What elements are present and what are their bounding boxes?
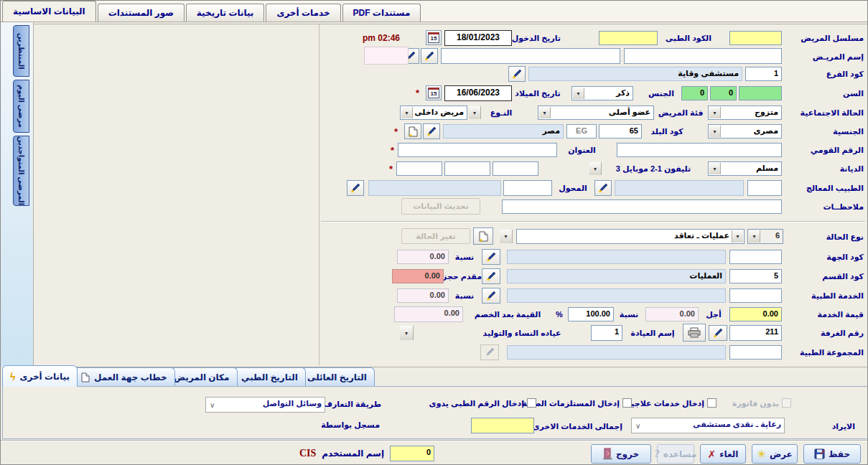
gender-combo[interactable]: ▾ ذكر	[571, 86, 633, 100]
chevron-down-icon[interactable]: ▾	[709, 126, 721, 137]
medical-service-code-field[interactable]	[729, 288, 782, 303]
patient-serial-field[interactable]	[729, 31, 782, 45]
national-id-field[interactable]	[617, 143, 782, 157]
birth-date-field[interactable]: 16/06/2023	[444, 85, 512, 101]
service-value-label: قيمة الخدمة	[788, 310, 864, 319]
chevron-down-icon[interactable]: ▾	[732, 230, 743, 243]
nationality-combo[interactable]: ▾ مصرى	[708, 124, 782, 138]
room-number-field[interactable]: 211	[729, 325, 782, 341]
notes-field[interactable]	[502, 199, 782, 214]
top-tab-bar: البيانات الاساسية صور المستندات بيانات ت…	[1, 1, 868, 22]
tab-basic-data[interactable]: البيانات الاساسية	[2, 1, 96, 22]
national-id-label: الرقم القومي	[788, 146, 864, 155]
age-days-field[interactable]: 0	[681, 86, 708, 100]
type-chevron-icon[interactable]: ▾	[469, 106, 481, 119]
room-print-button[interactable]	[683, 324, 706, 342]
tab-pdf-documents[interactable]: مستندات PDF	[342, 4, 421, 22]
chevron-down-icon[interactable]: ▾	[539, 107, 551, 118]
patient-type-combo[interactable]: ▾ مريض داخلى	[400, 105, 467, 120]
chevron-down-icon[interactable]: ▾	[709, 107, 721, 118]
patient-name-field-1[interactable]	[624, 48, 782, 64]
medical-code-field[interactable]	[599, 31, 658, 45]
birth-date-required-mark: *	[416, 88, 419, 98]
entry-date-label: تاريخ الدخول	[515, 34, 561, 43]
country-lookup-button[interactable]	[423, 123, 440, 139]
marital-status-combo[interactable]: ▾ متزوج	[708, 105, 782, 120]
revenue-combo[interactable]: ∨ رعاية ـ نقدى مستشفى	[631, 418, 785, 433]
chevron-down-icon[interactable]: ▾	[709, 163, 721, 174]
medical-service-lookup-button[interactable]	[482, 288, 500, 304]
religion-value: مسلم	[756, 164, 778, 172]
chevron-down-icon[interactable]: ∨	[210, 401, 215, 409]
medical-supplies-checkbox[interactable]	[622, 398, 632, 408]
name-lookup-button-1[interactable]	[421, 48, 438, 64]
treatment-services-checkbox[interactable]	[707, 398, 717, 408]
entity-code-label: كود الجهة	[788, 253, 864, 262]
patient-category-combo[interactable]: ▾ عضو أصلى	[538, 105, 654, 120]
service-value-field[interactable]: 0.00	[729, 307, 782, 321]
chevron-down-icon[interactable]: ▾	[401, 107, 413, 118]
transfer-lookup-button[interactable]	[347, 180, 364, 196]
tab-document-images[interactable]: صور المستندات	[98, 4, 185, 22]
medical-group-code-field[interactable]	[729, 345, 782, 360]
change-status-button[interactable]: تغير الحالة	[401, 228, 470, 244]
entity-percent-label: نسبة	[450, 253, 479, 262]
department-lookup-button[interactable]	[482, 268, 500, 284]
branch-lookup-button[interactable]	[508, 66, 526, 82]
department-code-field[interactable]: 5	[729, 269, 782, 283]
tab-other-data[interactable]: بيانات أخرى ϟ	[2, 365, 78, 387]
clinic-number-field[interactable]: 1	[591, 325, 622, 341]
address-field[interactable]	[398, 143, 557, 157]
acquaintance-combo[interactable]: ∨ وسائل التواصل	[205, 397, 325, 413]
entity-lookup-button[interactable]	[482, 249, 500, 265]
chevron-down-icon[interactable]: ∨	[635, 422, 640, 430]
case-type-combo[interactable]: ▾ عمليات ـ تعاقد	[516, 229, 745, 244]
view-button[interactable]: ✳ عرض	[752, 444, 798, 464]
phone-field-3[interactable]	[396, 161, 442, 176]
calendar-icon: 15	[428, 88, 439, 98]
religion-combo[interactable]: ▾ مسلم	[708, 161, 782, 176]
age-months-field[interactable]: 0	[710, 86, 737, 100]
transfer-code-field[interactable]	[503, 180, 552, 196]
country-document-button[interactable]	[404, 123, 421, 139]
side-tab-present-patients[interactable]: المرضى المتواجدين	[13, 136, 29, 206]
entry-date-calendar-button[interactable]: 15	[426, 30, 442, 45]
doctor-lookup-button[interactable]	[594, 180, 612, 196]
branch-code-field[interactable]: 1	[745, 67, 782, 81]
pen-lookup-icon	[713, 328, 723, 338]
side-tab-waiting[interactable]: المنتظرين	[13, 25, 29, 77]
other-services-total-field[interactable]	[471, 418, 534, 433]
birth-date-calendar-button[interactable]: 15	[426, 85, 442, 100]
calendar-icon: 15	[428, 32, 439, 43]
entity-code-field[interactable]	[729, 250, 782, 264]
case-document-button[interactable]	[473, 227, 493, 245]
tab-employer-letter[interactable]: خطاب جهة العمل	[73, 367, 175, 387]
birth-date-label: تاريخ الميلاد	[513, 89, 563, 98]
phone-field-1[interactable]	[493, 161, 538, 176]
exit-button[interactable]: خروج	[591, 444, 651, 464]
cancel-button[interactable]: ✗ الغاء	[700, 444, 746, 464]
patient-name-field-2[interactable]	[441, 48, 620, 64]
nationality-value: مصرى	[753, 126, 778, 135]
country-code-field[interactable]: 65	[599, 124, 642, 138]
case-chevron-icon[interactable]: ▾	[500, 230, 513, 243]
manual-medical-number-checkbox[interactable]	[527, 398, 536, 408]
room-lookup-button[interactable]	[709, 325, 727, 341]
phone-chevron-icon[interactable]: ▾	[589, 162, 602, 175]
doctor-code-field[interactable]	[747, 180, 782, 196]
ratio-field[interactable]: 100.00	[568, 307, 614, 321]
tab-other-services[interactable]: خدمات أخرى	[266, 4, 340, 22]
clinic-chevron-icon[interactable]: ▾	[400, 326, 414, 340]
form-horizontal-divider	[321, 221, 865, 222]
age-years-field[interactable]	[739, 86, 782, 100]
entry-time-value: pm 02:46	[363, 33, 400, 43]
tab-label: التاريخ الطبي	[241, 372, 298, 382]
tab-historical-data[interactable]: بيانات تاريخية	[186, 4, 265, 22]
phone-field-2[interactable]	[444, 161, 490, 176]
entry-date-field[interactable]: 18/01/2023	[444, 30, 512, 46]
chevron-down-icon[interactable]: ▾	[573, 88, 584, 99]
side-tab-today-patients[interactable]: مرضى اليوم	[13, 80, 29, 133]
save-button[interactable]: حفظ	[803, 444, 861, 464]
gender-value: ذكر	[616, 88, 630, 97]
update-data-button[interactable]: تحديث البيانات	[401, 198, 480, 215]
